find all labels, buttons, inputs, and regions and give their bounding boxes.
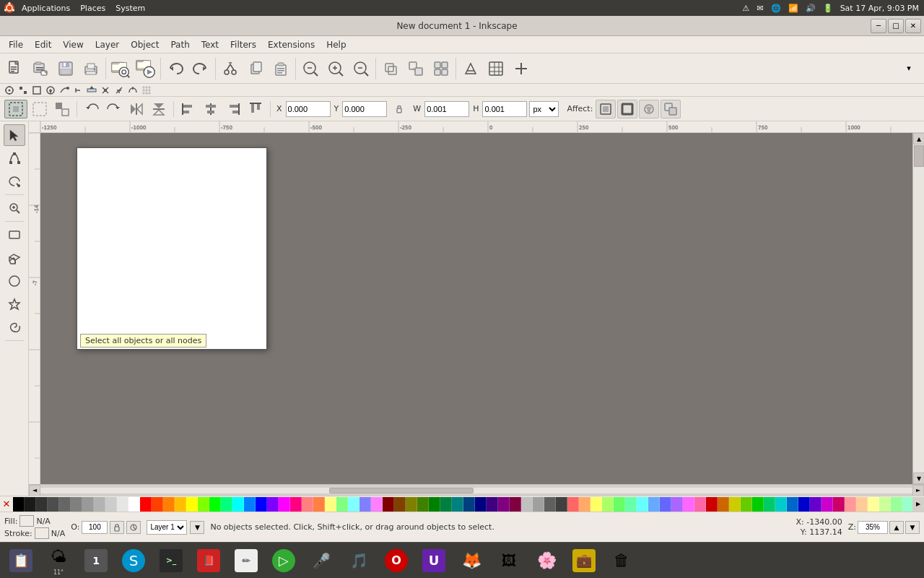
color-swatch[interactable]	[359, 497, 371, 512]
menu-layer[interactable]: Layer	[90, 38, 125, 51]
copy-button[interactable]	[243, 56, 268, 81]
ubuntu-icon[interactable]	[3, 1, 16, 14]
invert-selection-button[interactable]	[52, 100, 72, 118]
color-swatch[interactable]	[752, 497, 764, 512]
taskbar-redbook[interactable]: 📕	[191, 545, 227, 577]
taskbar-weather[interactable]: 🌤 11°	[40, 545, 77, 577]
menu-edit[interactable]: Edit	[29, 38, 57, 51]
lock-aspect-button[interactable]	[389, 100, 409, 118]
scroll-up-button[interactable]: ▲	[913, 133, 924, 144]
transform-button[interactable]	[458, 56, 483, 81]
affect-geo-button[interactable]	[596, 100, 616, 118]
snap-rotation[interactable]	[71, 85, 84, 96]
zoom-fit-page-button[interactable]	[298, 56, 323, 81]
color-swatch[interactable]	[290, 497, 302, 512]
scroll-thumb-v[interactable]	[914, 145, 924, 167]
menu-view[interactable]: View	[57, 38, 89, 51]
menu-help[interactable]: Help	[321, 38, 352, 51]
snap-toggle[interactable]	[3, 85, 16, 96]
color-swatch[interactable]	[510, 497, 521, 512]
align-top-button[interactable]	[245, 100, 266, 118]
color-swatch[interactable]	[487, 497, 498, 512]
color-swatch[interactable]	[463, 497, 475, 512]
places-menu[interactable]: Places	[76, 2, 110, 14]
signal-icon[interactable]: 📶	[786, 4, 801, 13]
color-swatch[interactable]	[267, 497, 279, 512]
color-swatch[interactable]	[417, 497, 429, 512]
system-menu[interactable]: System	[111, 2, 149, 14]
minimize-button[interactable]: ─	[871, 19, 886, 33]
opacity-input[interactable]	[82, 521, 108, 534]
taskbar-terminal[interactable]: >_	[153, 545, 189, 577]
color-swatch[interactable]	[221, 497, 232, 512]
color-swatch[interactable]	[313, 497, 325, 512]
taskbar-briefcase[interactable]: 💼	[566, 545, 602, 577]
lock-opacity-btn[interactable]	[110, 521, 124, 534]
color-swatch[interactable]	[48, 497, 59, 512]
align-right-button[interactable]	[223, 100, 243, 118]
snap-bbox[interactable]	[30, 85, 43, 96]
redo-button[interactable]	[188, 56, 213, 81]
color-swatch[interactable]	[498, 497, 510, 512]
taskbar-workspace[interactable]: 1	[78, 545, 114, 577]
canvas-scroll-area[interactable]: -14 -7	[29, 133, 924, 484]
color-swatch[interactable]	[556, 497, 567, 512]
zoom-in-button[interactable]	[323, 56, 348, 81]
color-swatch[interactable]	[729, 497, 741, 512]
color-swatch[interactable]	[567, 497, 579, 512]
rotate-ccw-button[interactable]	[82, 100, 102, 118]
color-swatch[interactable]	[94, 497, 105, 512]
canvas-inner[interactable]: Select all objects or all nodes	[40, 133, 912, 484]
color-swatch[interactable]	[902, 497, 912, 512]
color-swatch[interactable]	[845, 497, 856, 512]
color-swatch[interactable]	[406, 497, 417, 512]
circle-tool[interactable]	[4, 270, 25, 292]
no-color-swatch[interactable]: ✕	[0, 497, 13, 512]
snap-grids[interactable]	[140, 85, 153, 96]
star-tool[interactable]	[4, 293, 25, 315]
scroll-track-h[interactable]	[40, 488, 912, 493]
taskbar-mic[interactable]: 🎤	[303, 545, 339, 577]
color-swatch[interactable]	[429, 497, 440, 512]
menu-file[interactable]: File	[3, 38, 29, 51]
menu-extensions[interactable]: Extensions	[262, 38, 321, 51]
symbols-button[interactable]	[429, 56, 453, 81]
color-swatch[interactable]	[891, 497, 902, 512]
snap-tan[interactable]	[126, 85, 139, 96]
snap-from-nodes[interactable]	[44, 85, 57, 96]
fill-color-swatch[interactable]	[19, 515, 34, 527]
layer-select[interactable]: Layer 1	[147, 520, 187, 535]
mail-icon[interactable]: ✉	[754, 4, 765, 13]
open-templates-button[interactable]	[28, 56, 53, 81]
zoom-down-btn[interactable]: ▼	[905, 521, 920, 534]
color-swatch[interactable]	[440, 497, 452, 512]
taskbar-photos[interactable]: 🖼	[491, 545, 527, 577]
affect-filter-button[interactable]	[639, 100, 659, 118]
color-swatch[interactable]	[706, 497, 718, 512]
scroll-track-v[interactable]	[913, 144, 924, 473]
color-swatch[interactable]	[13, 497, 25, 512]
color-swatch[interactable]	[694, 497, 706, 512]
taskbar-opera[interactable]: O	[378, 545, 414, 577]
color-swatch[interactable]	[117, 497, 128, 512]
affect-stroke-button[interactable]	[617, 100, 637, 118]
color-swatch[interactable]	[671, 497, 683, 512]
color-swatch[interactable]	[798, 497, 810, 512]
play-button[interactable]	[134, 56, 158, 81]
color-swatch[interactable]	[775, 497, 787, 512]
paste-button[interactable]	[269, 56, 293, 81]
applications-menu[interactable]: Applications	[17, 2, 74, 14]
color-swatch[interactable]	[614, 497, 625, 512]
color-swatch[interactable]	[152, 497, 163, 512]
scroll-thumb-h[interactable]	[329, 488, 474, 493]
close-button[interactable]: ✕	[905, 19, 921, 33]
taskbar-firefox[interactable]: 🦊	[453, 545, 489, 577]
cut-button[interactable]	[218, 56, 243, 81]
snap-guide[interactable]	[85, 85, 98, 96]
color-swatch[interactable]	[637, 497, 648, 512]
unit-select[interactable]: px mm cm in	[529, 101, 559, 117]
color-swatch[interactable]	[175, 497, 186, 512]
spiral-tool[interactable]	[4, 316, 25, 338]
color-swatch[interactable]	[128, 497, 140, 512]
zoom-input[interactable]	[858, 521, 888, 534]
